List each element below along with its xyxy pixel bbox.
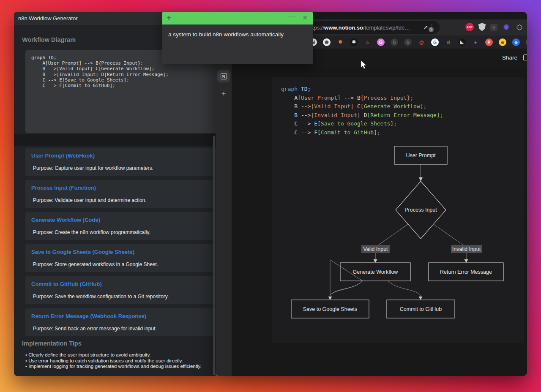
bookmark-partial-icon[interactable]: ◐ (526, 38, 527, 46)
app-window-title: n8n Workflow Generator (18, 15, 78, 22)
comments-icon[interactable] (523, 54, 527, 60)
workflow-node-list: User Prompt (WebHook)Purpose: Capture us… (25, 148, 216, 340)
svg-text:Invalid Input: Invalid Input (452, 246, 481, 252)
section-divider (14, 134, 216, 146)
svg-text:User Prompt: User Prompt (406, 152, 436, 158)
note-close-button[interactable]: ✕ (302, 14, 308, 22)
tip-item: • Use error handling to catch validation… (25, 358, 202, 364)
mermaid-flowchart: User Prompt Process Input Valid Input In… (272, 141, 524, 339)
bookmark-b-dim-icon[interactable]: b (391, 38, 398, 46)
privacy-shield-icon[interactable] (478, 23, 486, 31)
bookmark-spiral-icon[interactable]: @ (418, 38, 425, 46)
bookmark-shark-icon[interactable]: ◣ (458, 38, 466, 46)
node-card-purpose: Purpose: Send back an error message for … (33, 326, 157, 332)
svg-text:Save to Google Sheets: Save to Google Sheets (303, 306, 358, 312)
workflow-node-card[interactable]: Process Input (Function)Purpose: Validat… (25, 180, 216, 208)
node-card-purpose: Purpose: Create the n8n workflow program… (33, 229, 150, 235)
bookmark-dark-app-icon[interactable]: ❃ (350, 38, 358, 46)
sidebar-add-button[interactable]: + (216, 90, 232, 98)
url-host: www.notion.so (324, 24, 363, 31)
implementation-tips-heading: Implementation Tips (22, 340, 82, 347)
brave-shield-badge: 1 (429, 27, 434, 32)
n8n-workflow-generator-window: n8n Workflow Generator Workflow Diagram … (14, 12, 216, 376)
sticky-note-header[interactable]: + ⋯ ✕ (162, 12, 313, 24)
dark-cube-extension-icon[interactable]: ◆ (490, 24, 497, 31)
notion-code-block[interactable]: graph TD; A[User Prompt] --> B{Process I… (281, 85, 443, 137)
bookmark-g-purple-icon[interactable]: G (377, 38, 385, 46)
url-actions: ↗ 1 (423, 21, 440, 34)
workflow-node-card[interactable]: User Prompt (WebHook)Purpose: Capture us… (25, 148, 216, 176)
bookmark-p-red-icon[interactable]: P (485, 38, 493, 46)
note-menu-button[interactable]: ⋯ (289, 13, 296, 21)
arrowhead (419, 177, 423, 181)
node-card-title: Return Error Message (Webhook Response) (31, 313, 146, 319)
purple-burst-extension-icon[interactable]: ✺ (502, 23, 511, 31)
svg-text:Valid Input: Valid Input (363, 246, 388, 252)
workflow-node-card[interactable]: Return Error Message (Webhook Response)P… (25, 308, 216, 336)
node-card-purpose: Purpose: Store generated workflows in a … (33, 261, 158, 267)
bookmark-gradient-drop-icon[interactable]: ● (472, 38, 479, 46)
extension-icons-row: ABP◆✺⬡ (465, 23, 524, 31)
workflow-node-card[interactable]: Save to Google Sheets (Google Sheets)Pur… (25, 244, 216, 272)
note-add-button[interactable]: + (167, 13, 171, 22)
bookmark-hugging-face-icon[interactable]: ☻ (499, 38, 506, 46)
bookmark-white-circle-icon[interactable]: ◉ (323, 38, 331, 46)
notion-logo-icon: N (221, 73, 227, 79)
svg-text:Commit to GitHub: Commit to GitHub (400, 306, 442, 312)
notion-page: Share graph TD; A[User Prompt] --> B{Pro… (232, 49, 527, 376)
node-card-title: Process Input (Function) (31, 185, 96, 191)
node-card-title: Commit to GitHub (GitHub) (31, 281, 102, 287)
bookmark-analytics-bars-icon[interactable]: ıl (445, 38, 452, 46)
workflow-node-card[interactable]: Commit to GitHub (GitHub)Purpose: Save t… (25, 276, 216, 304)
tip-item: • Clearly define the user input structur… (25, 352, 202, 358)
sticky-note-window: + ⋯ ✕ a system to build n8n workflows au… (162, 12, 313, 64)
share-button[interactable]: Share (502, 54, 517, 61)
node-card-purpose: Purpose: Validate user input and determi… (33, 197, 147, 203)
workflow-diagram-heading: Workflow Diagram (22, 36, 76, 43)
node-card-title: User Prompt (WebHook) (31, 152, 95, 159)
svg-text:Return Error Message: Return Error Message (440, 269, 492, 275)
mermaid-embed-block[interactable]: graph TD; A[User Prompt] --> B{Process I… (272, 77, 524, 343)
brave-browser-window: https://www.notion.so/templatesvip/Ide… … (216, 12, 527, 376)
url-path: /templatesvip/Ide… (363, 24, 410, 31)
svg-text:Generate Workflow: Generate Workflow (353, 269, 399, 275)
mouse-cursor (360, 60, 369, 70)
share-page-icon[interactable]: ↗ (423, 24, 428, 31)
adblock-plus-icon[interactable]: ABP (465, 23, 474, 31)
bookmark-pink-home-icon[interactable]: ⌂ (363, 38, 371, 46)
bookmark-blue-tray-icon[interactable]: ☻ (512, 38, 520, 46)
workflow-node-card[interactable]: Generate Workflow (Code)Purpose: Create … (25, 212, 216, 240)
node-card-title: Save to Google Sheets (Google Sheets) (31, 249, 134, 255)
bookmark-google-icon[interactable]: G (431, 38, 439, 46)
bookmark-b-dim-2-icon[interactable]: b (404, 38, 412, 46)
browser-sidebar: N + (216, 49, 232, 376)
bookmark-starburst-icon[interactable]: ✹ (336, 38, 344, 46)
svg-text:Process Input: Process Input (404, 207, 437, 213)
app-scrollbar[interactable] (213, 136, 215, 375)
node-card-purpose: Purpose: Capture user input for workflow… (33, 165, 153, 171)
tip-item: • Implement logging for tracking generat… (25, 364, 202, 370)
node-card-purpose: Purpose: Save the workflow configuration… (33, 294, 169, 299)
sidebar-notion-app-button[interactable]: N (217, 70, 230, 82)
node-card-title: Generate Workflow (Code) (31, 217, 100, 223)
note-text[interactable]: a system to build n8n workflows automati… (162, 24, 313, 44)
extensions-puzzle-icon[interactable]: ⬡ (515, 23, 524, 31)
implementation-tips-list: • Clearly define the user input structur… (25, 352, 202, 370)
